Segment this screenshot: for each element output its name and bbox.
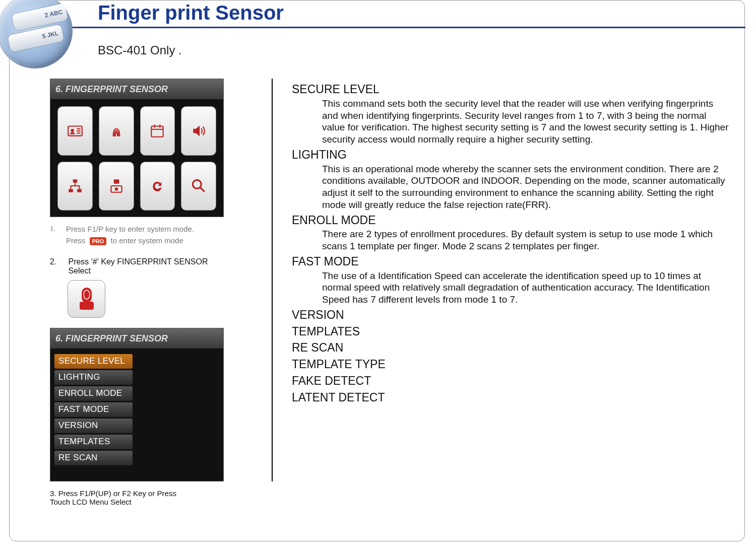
svg-rect-5 xyxy=(152,126,163,136)
svg-rect-18 xyxy=(80,302,94,310)
network-icon[interactable] xyxy=(57,162,93,211)
fingerprint-button-icon[interactable] xyxy=(68,280,105,318)
svg-point-14 xyxy=(114,187,117,190)
step-1b-pre: Press xyxy=(66,236,85,245)
page-title: Finger print Sensor xyxy=(98,2,284,24)
search-icon[interactable] xyxy=(181,162,216,211)
svg-rect-12 xyxy=(113,180,119,184)
step-3: 3. Press F1/P(UP) or F2 Key or Press Tou… xyxy=(50,489,231,506)
def-templates: TEMPLATES xyxy=(292,324,730,339)
def-secure-level-title: SECURE LEVEL xyxy=(292,82,730,97)
speaker-icon[interactable] xyxy=(181,106,216,156)
step-1b-post: to enter system mode xyxy=(111,236,183,245)
menu-item-version[interactable]: VERSION xyxy=(54,419,133,433)
device-panel-menu: 6. FINGERPRINT SENSOR SECURE LEVELLIGHTI… xyxy=(50,328,224,481)
device-panel-icons: 6. FINGERPRINT SENSOR xyxy=(50,79,224,217)
def-template-type: TEMPLATE TYPE xyxy=(292,357,730,372)
refresh-icon[interactable] xyxy=(140,162,175,211)
def-enroll-mode-title: ENROLL MODE xyxy=(292,213,730,228)
svg-rect-9 xyxy=(73,180,78,183)
logo-key-2-label: 5 JKL xyxy=(41,30,59,40)
menu-item-fast-mode[interactable]: FAST MODE xyxy=(54,402,133,417)
page-subtitle: BSC-401 Only . xyxy=(98,43,182,57)
def-fast-mode-title: FAST MODE xyxy=(292,254,730,269)
step-3-text: 3. Press F1/P(UP) or F2 Key or Press Tou… xyxy=(50,489,176,506)
step-1b: Press PRO to enter system mode xyxy=(66,236,183,245)
def-fast-mode-body: The use of a Identification Speed can ac… xyxy=(322,270,730,306)
definitions: SECURE LEVEL This command sets both the … xyxy=(292,80,730,405)
step-2-text: Press '#' Key FINGERPRINT SENSOR Select xyxy=(68,257,209,275)
id-card-icon[interactable] xyxy=(57,106,93,156)
calendar-icon[interactable] xyxy=(140,106,175,156)
svg-rect-10 xyxy=(69,189,73,192)
def-fake-detect: FAKE DETECT xyxy=(292,374,730,388)
menu-item-secure-level[interactable]: SECURE LEVEL xyxy=(54,354,133,369)
fingerprint-icon[interactable] xyxy=(99,106,134,156)
content-divider xyxy=(272,79,273,481)
def-version: VERSION xyxy=(292,308,730,322)
svg-point-15 xyxy=(193,180,201,189)
step-2: 2. Press '#' Key FINGERPRINT SENSOR Sele… xyxy=(50,257,224,275)
step-1: 1. Press F1/P key to enter system mode. … xyxy=(50,225,224,248)
step-1a-text: Press F1/P key to enter system mode. xyxy=(66,225,194,233)
step-2-number: 2. xyxy=(50,257,66,266)
def-latent-detect: LATENT DETECT xyxy=(292,390,730,405)
pro-badge: PRO xyxy=(90,237,107,245)
svg-rect-11 xyxy=(77,189,82,192)
device-panel-title-1: 6. FINGERPRINT SENSOR xyxy=(50,79,223,99)
settings-icon[interactable] xyxy=(99,162,134,211)
def-lighting-body: This is an operational mode whereby the … xyxy=(322,163,730,211)
device-panel-title-2: 6. FINGERPRINT SENSOR xyxy=(50,328,223,349)
corner-logo: 2 ABC 5 JKL xyxy=(0,0,73,68)
def-secure-level-body: This command sets both the security leve… xyxy=(322,98,730,146)
def-enroll-mode-body: There are 2 types of enrollment procedur… xyxy=(322,228,730,252)
menu-item-re-scan[interactable]: RE SCAN xyxy=(54,451,133,465)
step-1-number: 1. xyxy=(50,225,66,233)
menu-item-lighting[interactable]: LIGHTING xyxy=(54,370,133,385)
device-menu-list: SECURE LEVELLIGHTINGENROLL MODEFAST MODE… xyxy=(50,349,223,465)
device-icon-grid xyxy=(50,99,223,218)
svg-point-1 xyxy=(71,129,74,132)
def-rescan: RE SCAN xyxy=(292,340,730,355)
svg-line-16 xyxy=(200,187,205,192)
def-lighting-title: LIGHTING xyxy=(292,148,730,162)
logo-key-1-label: 2 ABC xyxy=(44,9,64,19)
menu-item-templates[interactable]: TEMPLATES xyxy=(54,435,133,449)
menu-item-enroll-mode[interactable]: ENROLL MODE xyxy=(54,386,133,401)
slide-frame: 2 ABC 5 JKL Finger print Sensor BSC-401 … xyxy=(9,0,745,541)
